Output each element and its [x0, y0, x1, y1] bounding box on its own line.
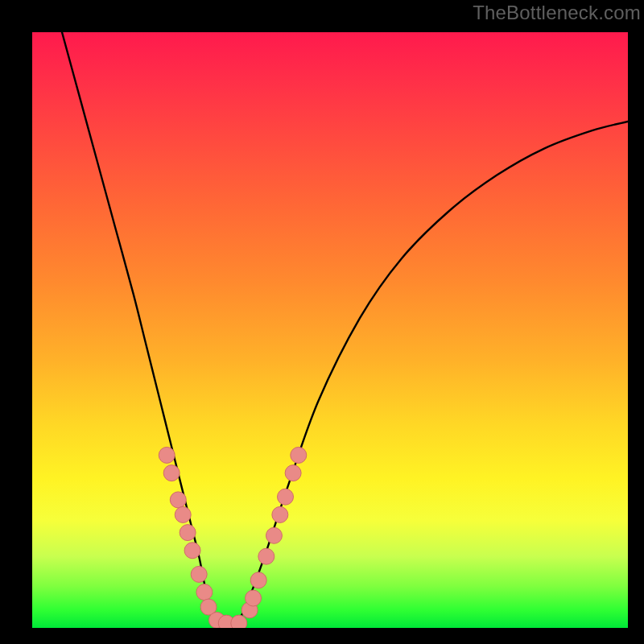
curve-marker [196, 584, 213, 601]
curve-marker [291, 447, 307, 463]
curve-marker [278, 489, 294, 505]
curve-marker [231, 615, 247, 628]
watermark-text: TheBottleneck.com [473, 2, 641, 24]
curve-marker [191, 566, 207, 582]
curve-marker [163, 465, 180, 481]
chart-container: TheBottleneck.com [0, 0, 644, 644]
plot-area [32, 32, 628, 628]
curve-marker [184, 543, 200, 559]
curve-marker [246, 590, 262, 606]
curve-marker [170, 492, 186, 508]
curve-marker [285, 465, 301, 481]
marker-group [159, 447, 307, 628]
chart-svg [32, 32, 628, 628]
bottleneck-curve [62, 32, 628, 627]
curve-marker [272, 506, 288, 522]
curve-marker [266, 527, 282, 543]
curve-marker [159, 447, 175, 463]
curve-marker [250, 572, 266, 588]
curve-marker [175, 506, 191, 522]
curve-marker [258, 548, 275, 564]
curve-marker [180, 525, 196, 541]
